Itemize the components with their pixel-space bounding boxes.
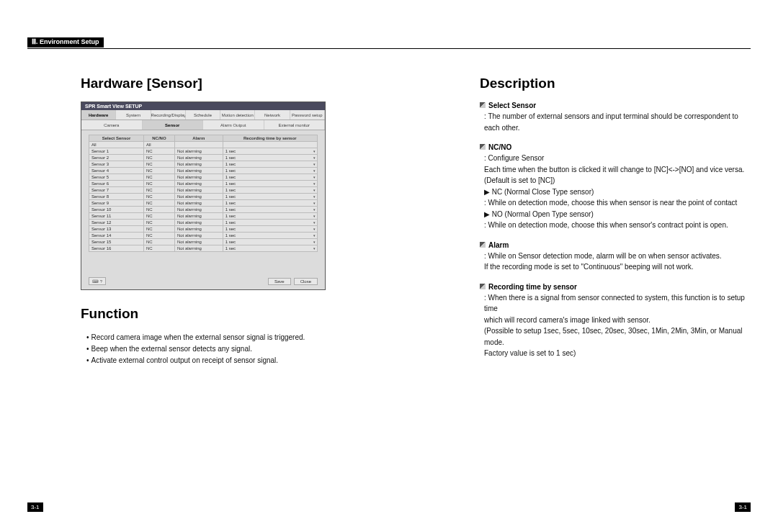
- table-cell[interactable]: 1 sec: [223, 245, 317, 252]
- table-cell[interactable]: 1 sec: [223, 187, 317, 194]
- chapter-title: Environment Setup: [40, 38, 99, 45]
- table-cell[interactable]: NC: [144, 245, 175, 252]
- table-row: Sensor 7NCNot alarming1 sec: [89, 187, 318, 194]
- tab-motion-detection[interactable]: Motion detection: [220, 110, 255, 120]
- table-cell[interactable]: 1 sec: [223, 233, 317, 239]
- table-cell: Sensor 12: [89, 220, 144, 226]
- table-cell[interactable]: 1 sec: [223, 161, 317, 168]
- table-cell: Sensor 11: [89, 213, 144, 220]
- table-cell[interactable]: Not alarming: [174, 194, 223, 200]
- description-list: Select Sensor: The number of external se…: [480, 102, 746, 359]
- function-list: •Record camera image when the external s…: [81, 332, 340, 366]
- table-cell[interactable]: 1 sec: [223, 181, 317, 187]
- description-line: (Default is set to [NC]): [484, 175, 746, 186]
- table-cell[interactable]: 1 sec: [223, 194, 317, 200]
- table-cell[interactable]: 1 sec: [223, 213, 317, 220]
- table-cell[interactable]: Not alarming: [174, 207, 223, 213]
- tab-hardware[interactable]: Hardware: [81, 110, 116, 120]
- table-cell[interactable]: 1 sec: [223, 226, 317, 233]
- table-row: Sensor 13NCNot alarming1 sec: [89, 226, 318, 233]
- description-line: If the recording mode is set to "Continu…: [484, 261, 746, 273]
- table-cell[interactable]: Not alarming: [174, 181, 223, 187]
- table-cell[interactable]: NC: [144, 181, 175, 187]
- table-cell[interactable]: 1 sec: [223, 155, 317, 161]
- table-cell[interactable]: Not alarming: [174, 155, 223, 161]
- sub-tabs: CameraSensorAlarm OutputExternal monitor: [81, 120, 325, 130]
- table-cell: Sensor 15: [89, 239, 144, 245]
- tab-password-setup[interactable]: Password setup: [290, 110, 325, 120]
- description-line: (Possible to setup 1sec, 5sec, 10sec, 20…: [484, 325, 746, 348]
- table-cell[interactable]: 1 sec: [223, 168, 317, 174]
- description-item-body: : The number of external sensors and inp…: [480, 111, 746, 133]
- subtab-external-monitor[interactable]: External monitor: [264, 120, 326, 130]
- table-cell[interactable]: NC: [144, 200, 175, 207]
- table-cell[interactable]: 1 sec: [223, 239, 317, 245]
- table-cell[interactable]: Not alarming: [174, 213, 223, 220]
- table-cell[interactable]: Not alarming: [174, 200, 223, 207]
- table-cell[interactable]: NC: [144, 226, 175, 233]
- table-cell[interactable]: Not alarming: [174, 148, 223, 155]
- table-cell: Sensor 8: [89, 194, 144, 200]
- table-cell[interactable]: Not alarming: [174, 233, 223, 239]
- bullet-dot-icon: •: [86, 355, 89, 366]
- table-cell[interactable]: NC: [144, 168, 175, 174]
- table-cell[interactable]: 1 sec: [223, 207, 317, 213]
- table-cell[interactable]: Not alarming: [174, 174, 223, 181]
- table-cell[interactable]: Not alarming: [174, 226, 223, 233]
- description-line: : Configure Sensor: [484, 153, 746, 164]
- tab-schedule[interactable]: Schedule: [186, 110, 220, 120]
- table-cell: Sensor 3: [89, 161, 144, 168]
- table-row: Sensor 3NCNot alarming1 sec: [89, 161, 318, 168]
- subtab-camera[interactable]: Camera: [81, 120, 143, 130]
- item-marker-icon: [480, 284, 486, 289]
- table-cell[interactable]: NC: [144, 207, 175, 213]
- tab-recording-display[interactable]: Recording/Display: [151, 110, 186, 120]
- tab-network[interactable]: Network: [255, 110, 290, 120]
- table-cell[interactable]: NC: [144, 148, 175, 155]
- window-title: SPR Smart View SETUP: [81, 102, 325, 110]
- table-cell: Sensor 4: [89, 168, 144, 174]
- table-cell[interactable]: 1 sec: [223, 220, 317, 226]
- subtab-alarm-output[interactable]: Alarm Output: [203, 120, 264, 130]
- description-line: which will record camera's image linked …: [484, 315, 746, 326]
- page-number-right: 3-1: [735, 502, 751, 512]
- bullet-text: Record camera image when the external se…: [91, 332, 305, 343]
- chapter-label: Ⅲ. Environment Setup: [27, 37, 104, 48]
- table-cell[interactable]: Not alarming: [174, 220, 223, 226]
- table-cell[interactable]: [174, 142, 223, 148]
- table-cell[interactable]: NC: [144, 220, 175, 226]
- table-cell: Sensor 7: [89, 187, 144, 194]
- col-header: Select Sensor: [89, 135, 144, 142]
- table-cell[interactable]: NC: [144, 239, 175, 245]
- table-cell[interactable]: NC: [144, 194, 175, 200]
- help-button[interactable]: ⌨ ?: [89, 277, 106, 285]
- table-cell[interactable]: NC: [144, 213, 175, 220]
- close-button[interactable]: Close: [294, 278, 318, 285]
- table-cell: Sensor 9: [89, 200, 144, 207]
- table-cell[interactable]: NC: [144, 187, 175, 194]
- table-cell[interactable]: Not alarming: [174, 245, 223, 252]
- save-button[interactable]: Save: [268, 278, 291, 285]
- table-cell[interactable]: 1 sec: [223, 148, 317, 155]
- subtab-sensor[interactable]: Sensor: [143, 120, 204, 130]
- table-cell[interactable]: 1 sec: [223, 174, 317, 181]
- table-cell[interactable]: Not alarming: [174, 168, 223, 174]
- table-cell[interactable]: NC: [144, 233, 175, 239]
- table-row: Sensor 5NCNot alarming1 sec: [89, 174, 318, 181]
- table-cell[interactable]: 1 sec: [223, 200, 317, 207]
- table-cell[interactable]: NC: [144, 155, 175, 161]
- item-title-text: Alarm: [488, 241, 509, 249]
- table-cell[interactable]: Not alarming: [174, 161, 223, 168]
- table-cell[interactable]: NC: [144, 174, 175, 181]
- page-number-left: 3-1: [27, 502, 43, 512]
- table-cell: Sensor 14: [89, 233, 144, 239]
- table-cell[interactable]: All: [144, 142, 175, 148]
- function-bullet: •Activate external control output on rec…: [81, 355, 340, 366]
- tab-system[interactable]: System: [116, 110, 151, 120]
- table-cell: All: [89, 142, 144, 148]
- table-cell[interactable]: [223, 142, 317, 148]
- table-row: Sensor 15NCNot alarming1 sec: [89, 239, 318, 245]
- table-cell[interactable]: Not alarming: [174, 239, 223, 245]
- table-cell[interactable]: NC: [144, 161, 175, 168]
- table-cell[interactable]: Not alarming: [174, 187, 223, 194]
